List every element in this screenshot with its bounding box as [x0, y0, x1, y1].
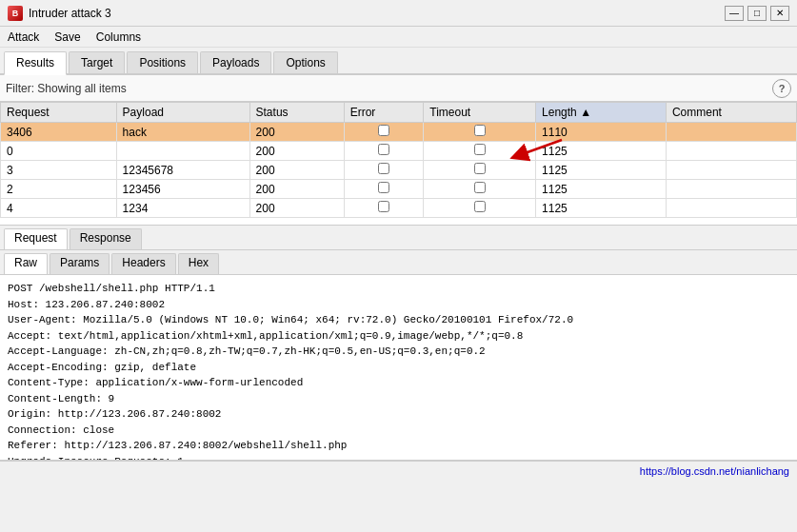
request-line: Accept-Encoding: gzip, deflate: [8, 360, 789, 376]
menu-save[interactable]: Save: [50, 30, 84, 45]
col-status[interactable]: Status: [249, 103, 344, 123]
table-row[interactable]: 3123456782001125: [1, 161, 797, 180]
table-cell: 4: [1, 199, 117, 218]
status-url: https://blog.csdn.net/nianlichang: [640, 465, 789, 477]
checkbox-cell[interactable]: [474, 201, 486, 212]
table-row[interactable]: 412342001125: [1, 199, 797, 218]
request-line: User-Agent: Mozilla/5.0 (Windows NT 10.0…: [8, 312, 789, 328]
table-cell: 200: [249, 142, 344, 161]
col-length[interactable]: Length ▲: [536, 103, 667, 123]
request-line: Accept-Language: zh-CN,zh;q=0.8,zh-TW;q=…: [8, 344, 789, 360]
request-line: Connection: close: [8, 423, 789, 439]
col-timeout[interactable]: Timeout: [424, 103, 536, 123]
table-cell: 3406: [1, 123, 117, 142]
window-controls: — □ ✕: [725, 6, 789, 21]
table-header-row: Request Payload Status Error Timeout Len…: [1, 103, 797, 123]
checkbox-cell[interactable]: [474, 182, 486, 193]
window-title: Intruder attack 3: [29, 7, 111, 20]
checkbox-cell[interactable]: [378, 201, 389, 212]
tab-results[interactable]: Results: [4, 51, 67, 75]
checkbox-cell[interactable]: [474, 125, 486, 136]
results-table: Request Payload Status Error Timeout Len…: [0, 102, 797, 218]
innertab-params[interactable]: Params: [50, 253, 110, 274]
main-tab-bar: Results Target Positions Payloads Option…: [0, 48, 797, 75]
request-line: Origin: http://123.206.87.240:8002: [8, 406, 789, 423]
tab-target[interactable]: Target: [69, 51, 125, 73]
table-cell: 0: [1, 142, 117, 161]
table-cell: 1125: [536, 161, 667, 180]
help-button[interactable]: ?: [772, 79, 791, 98]
checkbox-cell[interactable]: [378, 144, 389, 155]
menu-bar: Attack Save Columns: [0, 27, 797, 48]
innertab-raw[interactable]: Raw: [4, 253, 48, 274]
request-line: Upgrade-Insecure-Requests: 1: [8, 454, 789, 462]
request-line: Content-Type: application/x-www-form-url…: [8, 375, 789, 391]
table-cell: [116, 142, 249, 161]
table-cell: 1125: [536, 180, 667, 199]
checkbox-cell[interactable]: [378, 125, 389, 136]
sub-tab-bar: Request Response: [0, 226, 797, 250]
table-cell: 1234: [116, 199, 249, 218]
subtab-request[interactable]: Request: [4, 228, 68, 249]
status-bar: https://blog.csdn.net/nianlichang: [0, 461, 797, 480]
request-line: Referer: http://123.206.87.240:8002/webs…: [8, 438, 789, 454]
table-cell: 200: [249, 180, 344, 199]
menu-attack[interactable]: Attack: [4, 30, 43, 45]
table-cell: [666, 142, 796, 161]
col-payload[interactable]: Payload: [116, 103, 249, 123]
table-row[interactable]: 02001125: [1, 142, 797, 161]
innertab-headers[interactable]: Headers: [111, 253, 175, 274]
table-cell: 3: [1, 161, 117, 180]
table-cell: 1110: [536, 123, 667, 142]
table-cell: 2: [1, 180, 117, 199]
col-request[interactable]: Request: [1, 103, 117, 123]
results-table-container[interactable]: Request Payload Status Error Timeout Len…: [0, 102, 797, 226]
table-cell: [666, 199, 796, 218]
table-cell: 200: [249, 199, 344, 218]
filter-bar: Filter: Showing all items ?: [0, 75, 797, 102]
inner-tab-bar: Raw Params Headers Hex: [0, 250, 797, 275]
checkbox-cell[interactable]: [378, 182, 389, 193]
request-content: POST /webshell/shell.php HTTP/1.1Host: 1…: [0, 275, 797, 461]
col-error[interactable]: Error: [344, 103, 424, 123]
innertab-hex[interactable]: Hex: [178, 253, 219, 274]
tab-payloads[interactable]: Payloads: [200, 51, 271, 73]
checkbox-cell[interactable]: [378, 163, 389, 174]
subtab-response[interactable]: Response: [70, 228, 142, 249]
checkbox-cell[interactable]: [474, 144, 486, 155]
table-row[interactable]: 21234562001125: [1, 180, 797, 199]
request-line: POST /webshell/shell.php HTTP/1.1: [8, 281, 789, 297]
table-body: 3406hack20011100200112531234567820011252…: [1, 123, 797, 218]
request-line: Host: 123.206.87.240:8002: [8, 297, 789, 313]
table-cell: 1125: [536, 142, 667, 161]
table-cell: hack: [116, 123, 249, 142]
request-line: Content-Length: 9: [8, 391, 789, 407]
tab-options[interactable]: Options: [273, 51, 337, 73]
minimize-button[interactable]: —: [725, 6, 744, 21]
filter-text: Filter: Showing all items: [6, 82, 767, 95]
title-bar: B Intruder attack 3 — □ ✕: [0, 0, 797, 27]
menu-columns[interactable]: Columns: [92, 30, 145, 45]
close-button[interactable]: ✕: [770, 6, 789, 21]
table-cell: [666, 123, 796, 142]
table-cell: 123456: [116, 180, 249, 199]
table-row[interactable]: 3406hack2001110: [1, 123, 797, 142]
table-cell: [666, 180, 796, 199]
request-line: Accept: text/html,application/xhtml+xml,…: [8, 328, 789, 345]
checkbox-cell[interactable]: [474, 163, 486, 174]
table-cell: 1125: [536, 199, 667, 218]
table-cell: 200: [249, 161, 344, 180]
title-bar-left: B Intruder attack 3: [8, 6, 111, 21]
table-cell: [666, 161, 796, 180]
maximize-button[interactable]: □: [747, 6, 767, 21]
app-icon: B: [8, 6, 23, 21]
col-comment[interactable]: Comment: [666, 103, 796, 123]
tab-positions[interactable]: Positions: [127, 51, 198, 73]
table-cell: 200: [249, 123, 344, 142]
table-cell: 12345678: [116, 161, 249, 180]
